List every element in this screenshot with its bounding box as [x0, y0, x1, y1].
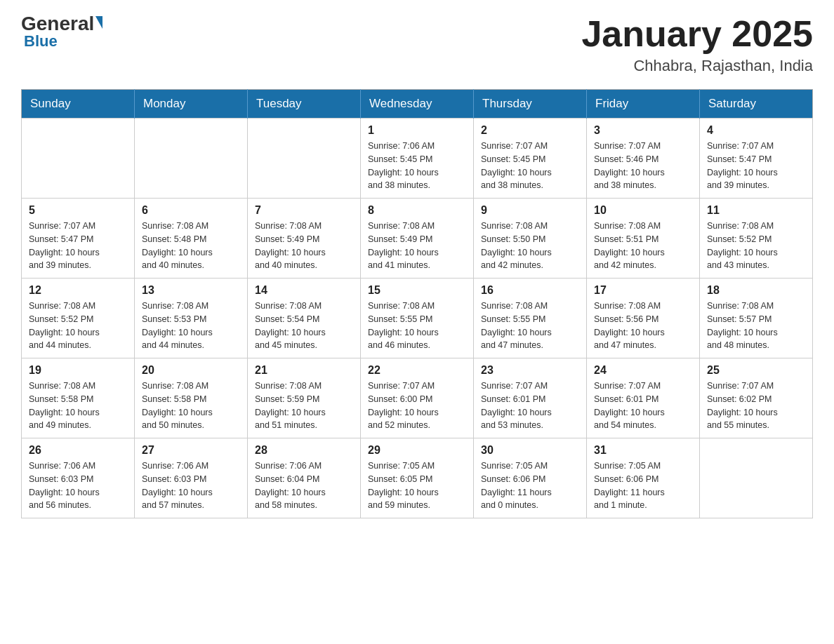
calendar-cell: 31Sunrise: 7:05 AM Sunset: 6:06 PM Dayli…: [587, 438, 700, 518]
calendar-week-row: 5Sunrise: 7:07 AM Sunset: 5:47 PM Daylig…: [22, 199, 813, 279]
day-info: Sunrise: 7:05 AM Sunset: 6:06 PM Dayligh…: [594, 459, 692, 512]
location-subtitle: Chhabra, Rajasthan, India: [581, 57, 813, 75]
calendar-cell: 10Sunrise: 7:08 AM Sunset: 5:51 PM Dayli…: [587, 199, 700, 279]
calendar-cell: [700, 438, 813, 518]
day-number: 5: [29, 204, 127, 217]
day-info: Sunrise: 7:08 AM Sunset: 5:58 PM Dayligh…: [142, 380, 240, 432]
header-wednesday: Wednesday: [361, 90, 474, 119]
logo-blue-text: Blue: [24, 32, 58, 51]
calendar-cell: 29Sunrise: 7:05 AM Sunset: 6:05 PM Dayli…: [361, 438, 474, 518]
day-info: Sunrise: 7:08 AM Sunset: 5:48 PM Dayligh…: [142, 220, 240, 272]
day-info: Sunrise: 7:07 AM Sunset: 5:45 PM Dayligh…: [481, 140, 579, 192]
day-info: Sunrise: 7:07 AM Sunset: 6:01 PM Dayligh…: [594, 380, 692, 432]
day-number: 22: [368, 364, 466, 377]
header-tuesday: Tuesday: [248, 90, 361, 119]
calendar-title: January 2025: [581, 14, 813, 54]
day-info: Sunrise: 7:08 AM Sunset: 5:59 PM Dayligh…: [255, 380, 353, 432]
day-number: 29: [368, 444, 466, 457]
day-number: 21: [255, 364, 353, 377]
calendar-week-row: 12Sunrise: 7:08 AM Sunset: 5:52 PM Dayli…: [22, 279, 813, 358]
day-info: Sunrise: 7:08 AM Sunset: 5:50 PM Dayligh…: [481, 220, 579, 272]
calendar-cell: 20Sunrise: 7:08 AM Sunset: 5:58 PM Dayli…: [135, 358, 248, 438]
calendar-header-row: SundayMondayTuesdayWednesdayThursdayFrid…: [22, 90, 813, 119]
calendar-cell: 2Sunrise: 7:07 AM Sunset: 5:45 PM Daylig…: [474, 119, 587, 199]
day-info: Sunrise: 7:08 AM Sunset: 5:57 PM Dayligh…: [707, 300, 805, 352]
calendar-cell: [22, 119, 135, 199]
day-info: Sunrise: 7:06 AM Sunset: 6:04 PM Dayligh…: [255, 459, 353, 512]
day-number: 11: [707, 204, 805, 217]
day-info: Sunrise: 7:08 AM Sunset: 5:51 PM Dayligh…: [594, 220, 692, 272]
logo-general-text: General: [21, 14, 102, 34]
day-number: 7: [255, 204, 353, 217]
calendar-cell: 23Sunrise: 7:07 AM Sunset: 6:01 PM Dayli…: [474, 358, 587, 438]
calendar-cell: 7Sunrise: 7:08 AM Sunset: 5:49 PM Daylig…: [248, 199, 361, 279]
day-number: 28: [255, 444, 353, 457]
calendar-cell: 9Sunrise: 7:08 AM Sunset: 5:50 PM Daylig…: [474, 199, 587, 279]
calendar-cell: [248, 119, 361, 199]
day-info: Sunrise: 7:07 AM Sunset: 5:47 PM Dayligh…: [707, 140, 805, 192]
day-number: 15: [368, 284, 466, 297]
calendar-week-row: 19Sunrise: 7:08 AM Sunset: 5:58 PM Dayli…: [22, 358, 813, 438]
day-info: Sunrise: 7:08 AM Sunset: 5:52 PM Dayligh…: [29, 300, 127, 352]
calendar-cell: 22Sunrise: 7:07 AM Sunset: 6:00 PM Dayli…: [361, 358, 474, 438]
calendar-cell: 24Sunrise: 7:07 AM Sunset: 6:01 PM Dayli…: [587, 358, 700, 438]
header-saturday: Saturday: [700, 90, 813, 119]
day-info: Sunrise: 7:08 AM Sunset: 5:53 PM Dayligh…: [142, 300, 240, 352]
logo: General Blue: [21, 14, 102, 51]
day-number: 2: [481, 124, 579, 137]
day-info: Sunrise: 7:08 AM Sunset: 5:49 PM Dayligh…: [368, 220, 466, 272]
day-number: 14: [255, 284, 353, 297]
calendar-cell: 30Sunrise: 7:05 AM Sunset: 6:06 PM Dayli…: [474, 438, 587, 518]
day-info: Sunrise: 7:07 AM Sunset: 5:47 PM Dayligh…: [29, 220, 127, 272]
day-info: Sunrise: 7:07 AM Sunset: 6:02 PM Dayligh…: [707, 380, 805, 432]
day-number: 17: [594, 284, 692, 297]
day-number: 23: [481, 364, 579, 377]
logo-arrow-icon: [95, 16, 102, 29]
day-number: 13: [142, 284, 240, 297]
day-number: 25: [707, 364, 805, 377]
header-monday: Monday: [135, 90, 248, 119]
day-info: Sunrise: 7:08 AM Sunset: 5:55 PM Dayligh…: [481, 300, 579, 352]
calendar-cell: 25Sunrise: 7:07 AM Sunset: 6:02 PM Dayli…: [700, 358, 813, 438]
calendar-cell: 8Sunrise: 7:08 AM Sunset: 5:49 PM Daylig…: [361, 199, 474, 279]
calendar-cell: 5Sunrise: 7:07 AM Sunset: 5:47 PM Daylig…: [22, 199, 135, 279]
header-thursday: Thursday: [474, 90, 587, 119]
day-number: 8: [368, 204, 466, 217]
calendar-cell: 17Sunrise: 7:08 AM Sunset: 5:56 PM Dayli…: [587, 279, 700, 358]
calendar-cell: 27Sunrise: 7:06 AM Sunset: 6:03 PM Dayli…: [135, 438, 248, 518]
calendar-cell: 15Sunrise: 7:08 AM Sunset: 5:55 PM Dayli…: [361, 279, 474, 358]
calendar-cell: 26Sunrise: 7:06 AM Sunset: 6:03 PM Dayli…: [22, 438, 135, 518]
day-info: Sunrise: 7:08 AM Sunset: 5:56 PM Dayligh…: [594, 300, 692, 352]
calendar-week-row: 26Sunrise: 7:06 AM Sunset: 6:03 PM Dayli…: [22, 438, 813, 518]
day-info: Sunrise: 7:06 AM Sunset: 5:45 PM Dayligh…: [368, 140, 466, 192]
calendar-cell: 4Sunrise: 7:07 AM Sunset: 5:47 PM Daylig…: [700, 119, 813, 199]
calendar-cell: 14Sunrise: 7:08 AM Sunset: 5:54 PM Dayli…: [248, 279, 361, 358]
calendar-cell: 12Sunrise: 7:08 AM Sunset: 5:52 PM Dayli…: [22, 279, 135, 358]
day-number: 18: [707, 284, 805, 297]
calendar-cell: 19Sunrise: 7:08 AM Sunset: 5:58 PM Dayli…: [22, 358, 135, 438]
day-info: Sunrise: 7:05 AM Sunset: 6:05 PM Dayligh…: [368, 459, 466, 512]
day-number: 31: [594, 444, 692, 457]
header-sunday: Sunday: [22, 90, 135, 119]
day-number: 6: [142, 204, 240, 217]
calendar-cell: 18Sunrise: 7:08 AM Sunset: 5:57 PM Dayli…: [700, 279, 813, 358]
calendar-cell: 16Sunrise: 7:08 AM Sunset: 5:55 PM Dayli…: [474, 279, 587, 358]
day-number: 20: [142, 364, 240, 377]
page-header: General Blue January 2025 Chhabra, Rajas…: [21, 14, 813, 75]
calendar-table: SundayMondayTuesdayWednesdayThursdayFrid…: [21, 89, 813, 518]
calendar-cell: 1Sunrise: 7:06 AM Sunset: 5:45 PM Daylig…: [361, 119, 474, 199]
day-info: Sunrise: 7:08 AM Sunset: 5:52 PM Dayligh…: [707, 220, 805, 272]
day-number: 30: [481, 444, 579, 457]
calendar-week-row: 1Sunrise: 7:06 AM Sunset: 5:45 PM Daylig…: [22, 119, 813, 199]
calendar-cell: 3Sunrise: 7:07 AM Sunset: 5:46 PM Daylig…: [587, 119, 700, 199]
day-number: 27: [142, 444, 240, 457]
day-number: 16: [481, 284, 579, 297]
calendar-cell: [135, 119, 248, 199]
day-info: Sunrise: 7:08 AM Sunset: 5:54 PM Dayligh…: [255, 300, 353, 352]
calendar-cell: 21Sunrise: 7:08 AM Sunset: 5:59 PM Dayli…: [248, 358, 361, 438]
day-info: Sunrise: 7:05 AM Sunset: 6:06 PM Dayligh…: [481, 459, 579, 512]
day-number: 12: [29, 284, 127, 297]
calendar-cell: 6Sunrise: 7:08 AM Sunset: 5:48 PM Daylig…: [135, 199, 248, 279]
day-number: 26: [29, 444, 127, 457]
day-number: 24: [594, 364, 692, 377]
